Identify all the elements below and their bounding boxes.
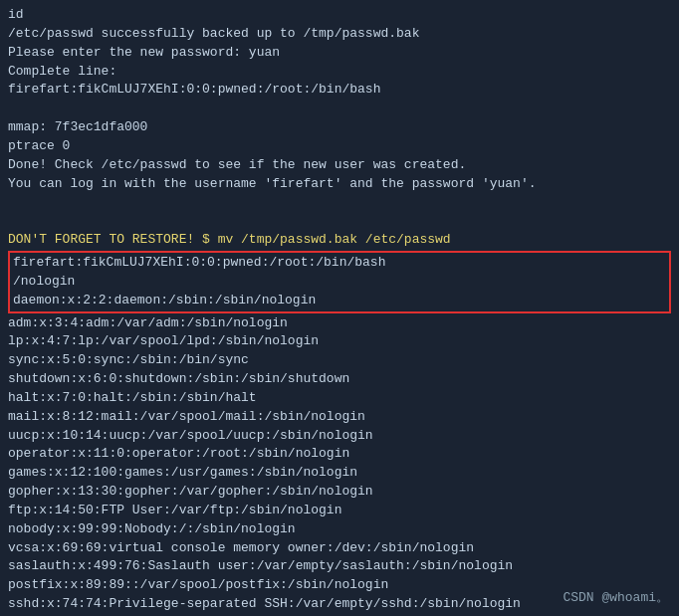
line-vcsa: vcsa:x:69:69:virtual console memory owne… — [8, 539, 671, 558]
line-id: id — [8, 6, 671, 25]
line-complete: Complete line: — [8, 63, 671, 82]
line-ftp: ftp:x:14:50:FTP User:/var/ftp:/sbin/nolo… — [8, 502, 671, 520]
line-shutdown: shutdown:x:6:0:shutdown:/sbin:/sbin/shut… — [8, 370, 671, 389]
line-uucp: uucp:x:10:14:uucp:/var/spool/uucp:/sbin/… — [8, 427, 671, 446]
line-operator: operator:x:11:0:operator:/root:/sbin/nol… — [8, 445, 671, 464]
line-ptrace: ptrace 0 — [8, 137, 671, 156]
line-restore-warning: DON'T FORGET TO RESTORE! $ mv /tmp/passw… — [8, 231, 671, 250]
line-gopher: gopher:x:13:30:gopher:/var/gopher:/sbin/… — [8, 483, 671, 502]
line-lp: lp:x:4:7:lp:/var/spool/lpd:/sbin/nologin — [8, 332, 671, 351]
line-highlight-daemon: daemon:x:2:2:daemon:/sbin:/sbin/nologin — [13, 292, 666, 310]
line-adm: adm:x:3:4:adm:/var/adm:/sbin/nologin — [8, 314, 671, 333]
line-saslauth: saslauth:x:499:76:Saslauth user:/var/emp… — [8, 557, 671, 576]
line-password-prompt: Please enter the new password: yuan — [8, 44, 671, 63]
line-games: games:x:12:100:games:/usr/games:/sbin/no… — [8, 464, 671, 483]
line-login-info: You can log in with the username 'firefa… — [8, 175, 671, 194]
line-firefart-entry: firefart:fikCmLUJ7XEhI:0:0:pwned:/root:/… — [8, 81, 671, 100]
terminal-window: id /etc/passwd successfully backed up to… — [0, 0, 679, 616]
line-done: Done! Check /etc/passwd to see if the ne… — [8, 156, 671, 175]
line-halt: halt:x:7:0:halt:/sbin:/sbin/halt — [8, 389, 671, 408]
line-mail: mail:x:8:12:mail:/var/spool/mail:/sbin/n… — [8, 408, 671, 427]
line-passwd-backup: /etc/passwd successfully backed up to /t… — [8, 25, 671, 44]
watermark: CSDN @whoami。 — [563, 588, 669, 606]
line-blank2 — [8, 193, 671, 212]
highlight-block: firefart:fikCmLUJ7XEhI:0:0:pwned:/root:/… — [8, 251, 671, 313]
line-blank3 — [8, 212, 671, 231]
line-mmap: mmap: 7f3ec1dfa000 — [8, 118, 671, 137]
line-highlight-firefart: firefart:fikCmLUJ7XEhI:0:0:pwned:/root:/… — [13, 254, 666, 273]
line-sync: sync:x:5:0:sync:/sbin:/bin/sync — [8, 351, 671, 370]
line-blank1 — [8, 100, 671, 118]
line-highlight-nologin: /nologin — [13, 273, 666, 292]
line-nobody: nobody:x:99:99:Nobody:/:/sbin/nologin — [8, 520, 671, 539]
